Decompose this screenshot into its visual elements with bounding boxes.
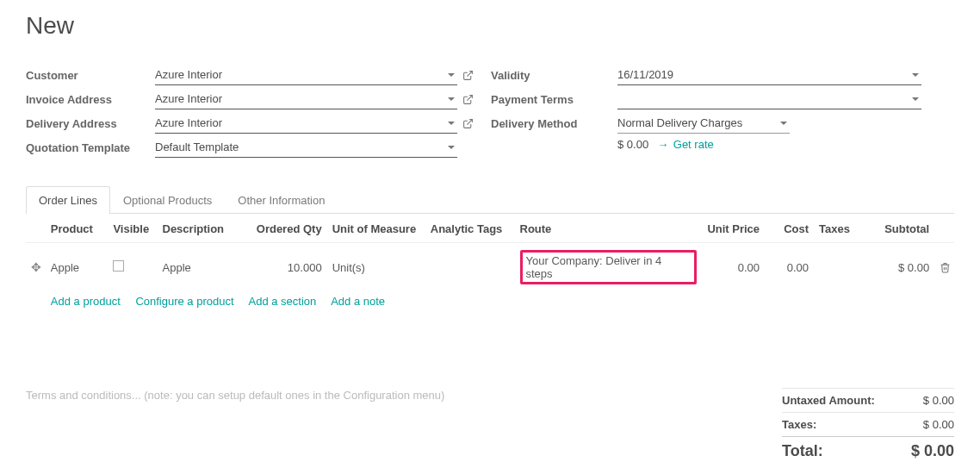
col-delete	[934, 214, 954, 243]
invoice-address-field[interactable]: Azure Interior	[155, 91, 457, 109]
cell-visible[interactable]	[108, 243, 157, 292]
chevron-down-icon	[448, 97, 455, 101]
delivery-cost-value: $ 0.00	[617, 138, 648, 151]
customer-field[interactable]: Azure Interior	[155, 66, 457, 85]
payment-terms-field[interactable]	[617, 91, 921, 109]
external-link-icon[interactable]	[462, 94, 474, 105]
taxes-label: Taxes:	[782, 418, 816, 431]
col-cost: Cost	[765, 214, 814, 243]
svg-line-0	[467, 72, 472, 77]
totals-box: Untaxed Amount: $ 0.00 Taxes: $ 0.00 Tot…	[782, 388, 954, 462]
checkbox-icon[interactable]	[113, 260, 124, 272]
validity-field[interactable]: 16/11/2019	[617, 66, 921, 85]
customer-label: Customer	[26, 69, 155, 82]
chevron-down-icon	[448, 73, 455, 77]
chevron-down-icon	[780, 122, 787, 125]
col-product: Product	[46, 214, 109, 243]
taxes-value: $ 0.00	[923, 418, 954, 431]
add-product-link[interactable]: Add a product	[51, 295, 121, 308]
cell-product[interactable]: Apple	[46, 243, 109, 292]
tab-other-information[interactable]: Other Information	[225, 186, 338, 214]
route-highlight: Your Company: Deliver in 4 steps	[520, 250, 698, 284]
chevron-down-icon	[912, 97, 919, 101]
col-uom: Unit of Measure	[327, 214, 425, 243]
untaxed-label: Untaxed Amount:	[782, 394, 875, 407]
svg-line-1	[467, 96, 472, 101]
col-unit-price: Unit Price	[702, 214, 765, 243]
delivery-address-label: Delivery Address	[26, 117, 155, 130]
chevron-down-icon	[912, 73, 919, 77]
page-title: New	[26, 12, 954, 40]
col-analytic-tags: Analytic Tags	[425, 214, 515, 243]
tab-order-lines[interactable]: Order Lines	[26, 186, 110, 214]
trash-icon[interactable]	[940, 262, 949, 273]
get-rate-label: Get rate	[673, 138, 714, 151]
chevron-down-icon	[448, 122, 455, 125]
payment-terms-label: Payment Terms	[491, 93, 617, 106]
col-route: Route	[515, 214, 703, 243]
external-link-icon[interactable]	[462, 118, 474, 129]
col-visible: Visible	[108, 214, 157, 243]
terms-input[interactable]: Terms and conditions... (note: you can s…	[26, 388, 543, 462]
cell-description[interactable]: Apple	[158, 243, 247, 292]
delivery-address-value: Azure Interior	[155, 116, 222, 129]
col-taxes: Taxes	[814, 214, 863, 243]
get-rate-button[interactable]: → Get rate	[657, 138, 714, 151]
col-handle	[26, 214, 46, 243]
cell-delete[interactable]	[934, 243, 954, 292]
delivery-method-label: Delivery Method	[491, 117, 617, 130]
total-value: $ 0.00	[911, 442, 954, 460]
tab-optional-products[interactable]: Optional Products	[110, 186, 225, 214]
table-row[interactable]: ✥ Apple Apple 10.000 Unit(s) Your Compan…	[26, 243, 954, 292]
total-label: Total:	[782, 442, 823, 460]
cell-subtotal: $ 0.00	[863, 243, 934, 292]
tab-bar: Order Lines Optional Products Other Info…	[26, 186, 954, 214]
move-handle-icon[interactable]: ✥	[31, 260, 41, 274]
chevron-down-icon	[448, 146, 455, 149]
quotation-template-value: Default Template	[155, 140, 239, 153]
cell-unit-price[interactable]: 0.00	[702, 243, 765, 292]
delivery-address-field[interactable]: Azure Interior	[155, 115, 457, 134]
cell-cost[interactable]: 0.00	[765, 243, 814, 292]
cell-analytic-tags[interactable]	[425, 243, 515, 292]
svg-line-2	[467, 120, 472, 125]
quotation-template-field[interactable]: Default Template	[155, 139, 457, 158]
cell-ordered-qty[interactable]: 10.000	[246, 243, 326, 292]
col-ordered-qty: Ordered Qty	[246, 214, 326, 243]
customer-value: Azure Interior	[155, 68, 222, 81]
arrow-right-icon: →	[657, 138, 668, 151]
add-section-link[interactable]: Add a section	[248, 295, 316, 308]
configure-product-link[interactable]: Configure a product	[135, 295, 233, 308]
col-description: Description	[158, 214, 247, 243]
invoice-address-value: Azure Interior	[155, 92, 222, 105]
cell-taxes[interactable]	[814, 243, 863, 292]
delivery-method-value: Normal Delivery Charges	[617, 116, 742, 129]
cell-route[interactable]: Your Company: Deliver in 4 steps	[515, 243, 703, 292]
invoice-address-label: Invoice Address	[26, 93, 155, 106]
quotation-template-label: Quotation Template	[26, 141, 155, 154]
validity-label: Validity	[491, 69, 617, 82]
cell-uom[interactable]: Unit(s)	[327, 243, 425, 292]
validity-value: 16/11/2019	[617, 68, 673, 81]
add-note-link[interactable]: Add a note	[331, 295, 385, 308]
order-lines-table: Product Visible Description Ordered Qty …	[26, 214, 954, 315]
delivery-method-field[interactable]: Normal Delivery Charges	[617, 115, 790, 134]
untaxed-value: $ 0.00	[923, 394, 954, 407]
external-link-icon[interactable]	[462, 70, 474, 81]
col-subtotal: Subtotal	[863, 214, 934, 243]
